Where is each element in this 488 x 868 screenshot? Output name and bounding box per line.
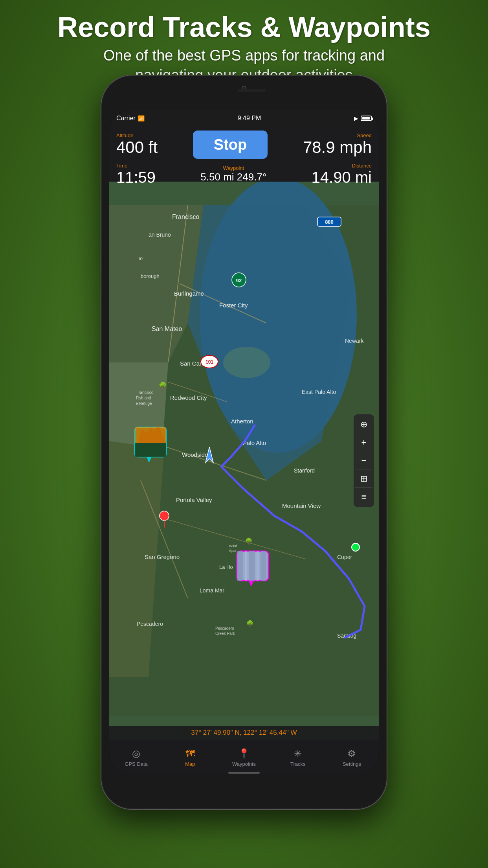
status-right: ▶ bbox=[354, 115, 372, 121]
svg-text:Wind: Wind bbox=[229, 544, 237, 548]
wifi-icon: 📶 bbox=[138, 115, 145, 121]
stats-row-bottom: Time 11:59 Waypoint 5.50 mi 249.7° Dista… bbox=[109, 161, 379, 190]
time-label: Time bbox=[116, 163, 156, 169]
stop-button[interactable]: Stop bbox=[193, 131, 268, 159]
speed-label: Speed bbox=[303, 132, 372, 138]
stop-button-label: Stop bbox=[214, 136, 247, 153]
crosshair-button[interactable]: ⊕ bbox=[355, 416, 372, 433]
svg-text:Mountain View: Mountain View bbox=[282, 502, 321, 509]
waypoint-block: Waypoint 5.50 mi 249.7° bbox=[200, 165, 266, 183]
svg-rect-56 bbox=[261, 551, 266, 581]
svg-rect-53 bbox=[245, 551, 247, 581]
tab-map[interactable]: 🗺 Map bbox=[163, 748, 217, 767]
svg-text:92: 92 bbox=[236, 278, 242, 283]
svg-text:Pescadero: Pescadero bbox=[215, 626, 234, 631]
tab-tracks-icon: ✳ bbox=[292, 748, 304, 760]
layers-button[interactable]: ⊞ bbox=[355, 470, 372, 487]
svg-rect-55 bbox=[257, 551, 259, 581]
tab-waypoints-label: Waypoints bbox=[232, 761, 256, 767]
svg-text:le: le bbox=[139, 256, 143, 261]
svg-text:e Refuge: e Refuge bbox=[136, 401, 152, 406]
tab-gps-data-icon: ◎ bbox=[130, 748, 142, 760]
map-svg: 92 880 101 Francisco an Bruno le borough… bbox=[109, 182, 379, 740]
header-title: Record Tracks & Waypoints bbox=[0, 12, 488, 43]
waypoint-label: Waypoint bbox=[200, 165, 266, 171]
svg-point-58 bbox=[160, 511, 169, 520]
stats-bar: Altitude 400 ft Stop Speed 78.9 mph Time… bbox=[109, 127, 379, 182]
altitude-label: Altitude bbox=[116, 132, 158, 138]
svg-text:La Ho: La Ho bbox=[219, 564, 233, 570]
tab-waypoints[interactable]: 📍 Waypoints bbox=[217, 748, 271, 767]
time-value: 11:59 bbox=[116, 169, 156, 186]
svg-text:Cuper: Cuper bbox=[337, 554, 352, 560]
tab-bar: ◎ GPS Data 🗺 Map 📍 Waypoints ✳ Tracks ⚙ … bbox=[109, 740, 379, 774]
tab-settings[interactable]: ⚙ Settings bbox=[325, 748, 379, 767]
tab-settings-icon: ⚙ bbox=[346, 748, 358, 760]
svg-rect-54 bbox=[249, 551, 255, 581]
svg-point-60 bbox=[352, 543, 360, 551]
speed-block: Speed 78.9 mph bbox=[303, 132, 372, 156]
svg-text:Newark: Newark bbox=[345, 338, 364, 344]
svg-text:Foster City: Foster City bbox=[219, 302, 248, 309]
svg-text:Loma Mar: Loma Mar bbox=[200, 587, 224, 594]
svg-text:Creek Park: Creek Park bbox=[215, 631, 235, 636]
coordinates-bar: 37° 27' 49.90'' N, 122° 12' 45.44'' W bbox=[109, 726, 379, 740]
svg-text:🌳: 🌳 bbox=[158, 381, 167, 390]
svg-text:San Gregorio: San Gregorio bbox=[145, 554, 180, 560]
svg-marker-6 bbox=[109, 559, 156, 677]
tab-map-label: Map bbox=[185, 761, 195, 767]
tab-gps-data[interactable]: ◎ GPS Data bbox=[109, 748, 163, 767]
tab-waypoints-icon: 📍 bbox=[238, 748, 250, 760]
map-area[interactable]: 92 880 101 Francisco an Bruno le borough… bbox=[109, 182, 379, 740]
tab-tracks-label: Tracks bbox=[290, 761, 306, 767]
distance-value: 14.90 mi bbox=[312, 169, 372, 186]
scroll-indicator bbox=[228, 772, 260, 774]
altitude-block: Altitude 400 ft bbox=[116, 132, 158, 156]
svg-text:San Mateo: San Mateo bbox=[152, 326, 182, 332]
location-icon: ▶ bbox=[354, 115, 358, 121]
time-block: Time 11:59 bbox=[116, 163, 156, 186]
svg-text:rancisco: rancisco bbox=[139, 390, 154, 395]
svg-text:880: 880 bbox=[325, 219, 334, 225]
distance-label: Distance bbox=[312, 163, 372, 169]
svg-text:San Carlos: San Carlos bbox=[180, 360, 209, 367]
svg-text:Burlingame: Burlingame bbox=[174, 290, 204, 297]
status-bar: Carrier 📶 9:49 PM ▶ bbox=[109, 110, 379, 127]
svg-text:Pescadero: Pescadero bbox=[137, 621, 163, 627]
speed-value: 78.9 mph bbox=[303, 138, 372, 156]
speaker bbox=[238, 89, 266, 92]
svg-text:Stanford: Stanford bbox=[294, 467, 315, 474]
svg-rect-48 bbox=[135, 443, 166, 457]
svg-text:Portola Valley: Portola Valley bbox=[176, 497, 212, 503]
tab-settings-label: Settings bbox=[343, 761, 361, 767]
status-left: Carrier 📶 bbox=[116, 115, 145, 122]
svg-text:Palo Alto: Palo Alto bbox=[243, 440, 266, 446]
menu-button[interactable]: ≡ bbox=[355, 488, 372, 506]
tab-map-icon: 🗺 bbox=[184, 748, 196, 760]
zoom-out-button[interactable]: − bbox=[355, 452, 372, 469]
waypoint-value: 5.50 mi 249.7° bbox=[200, 171, 266, 183]
svg-text:Atherton: Atherton bbox=[231, 418, 253, 425]
svg-rect-52 bbox=[237, 551, 243, 581]
status-time: 9:49 PM bbox=[238, 115, 261, 122]
svg-text:Redwood City: Redwood City bbox=[170, 394, 207, 401]
screen: Carrier 📶 9:49 PM ▶ Altitude 400 ft Stop bbox=[109, 110, 379, 774]
tab-tracks[interactable]: ✳ Tracks bbox=[271, 748, 325, 767]
map-controls: ⊕ + − ⊞ ≡ bbox=[354, 414, 374, 507]
svg-text:Spar: Spar bbox=[229, 549, 237, 553]
coordinates-text: 37° 27' 49.90'' N, 122° 12' 45.44'' W bbox=[191, 729, 297, 737]
svg-text:🌳: 🌳 bbox=[245, 537, 253, 545]
svg-text:borough: borough bbox=[141, 273, 160, 279]
svg-text:an Bruno: an Bruno bbox=[149, 232, 171, 238]
svg-point-61 bbox=[223, 347, 270, 378]
battery-fill bbox=[362, 117, 370, 120]
distance-block: Distance 14.90 mi bbox=[312, 163, 372, 186]
svg-text:East Palo Alto: East Palo Alto bbox=[302, 389, 336, 395]
stats-row-top: Altitude 400 ft Stop Speed 78.9 mph bbox=[109, 127, 379, 161]
zoom-in-button[interactable]: + bbox=[355, 434, 372, 451]
svg-text:Fish and: Fish and bbox=[136, 396, 151, 400]
tab-gps-data-label: GPS Data bbox=[125, 761, 148, 767]
phone-shell: Carrier 📶 9:49 PM ▶ Altitude 400 ft Stop bbox=[101, 75, 387, 810]
svg-text:Woodside: Woodside bbox=[182, 451, 208, 458]
altitude-value: 400 ft bbox=[116, 138, 158, 156]
